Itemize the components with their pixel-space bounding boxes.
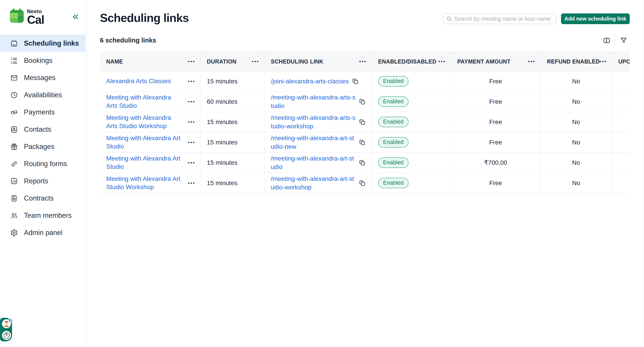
scheduling-link-url[interactable]: /meeting-with-alexandra-arts-studio-work… — [271, 114, 356, 130]
search-input[interactable] — [454, 16, 553, 22]
row-menu-icon[interactable] — [188, 100, 194, 104]
svg-text:1: 1 — [11, 57, 12, 60]
sidebar-item-bookings[interactable]: 12 Bookings — [0, 52, 86, 69]
filter-button[interactable] — [618, 35, 629, 46]
duration-cell: 15 minutes — [200, 173, 264, 193]
copy-icon[interactable] — [359, 160, 366, 166]
scheduling-link-name[interactable]: Meeting with Alexandra Arts Studio Works… — [106, 114, 183, 130]
scheduling-link-cell: /meeting-with-alexandra-arts-studio-work… — [264, 112, 372, 132]
column-header-label: NAME — [106, 58, 123, 65]
mail-icon — [10, 74, 18, 82]
column-header-upcoming[interactable]: UPCOMING — [612, 52, 630, 71]
sidebar-item-routing-forms[interactable]: Routing forms — [0, 155, 86, 172]
scheduling-link-name[interactable]: Meeting with Alexandra Art Studio — [106, 134, 183, 150]
upcoming-cell — [612, 132, 630, 152]
copy-icon[interactable] — [359, 180, 366, 186]
column-header-name[interactable]: NAME — [100, 52, 200, 71]
payment-value: Free — [489, 98, 502, 105]
sidebar-item-contacts[interactable]: Contacts — [0, 121, 86, 138]
scrollbar-track[interactable] — [643, 0, 643, 347]
scheduling-link-name[interactable]: Meeting with Alexandra Arts Studio — [106, 94, 183, 110]
upcoming-cell — [612, 112, 630, 132]
scheduling-link-name[interactable]: Alexandra Arts Classes — [106, 77, 171, 85]
scheduling-link-url[interactable]: /meeting-with-alexandra-art-studio-new — [271, 134, 356, 150]
column-header-duration[interactable]: DURATION — [200, 52, 264, 71]
sidebar-item-admin-panel[interactable]: Admin panel — [0, 224, 86, 241]
payment-value: Free — [489, 139, 502, 146]
sidebar-item-contracts[interactable]: Contracts — [0, 190, 86, 207]
upcoming-cell — [612, 92, 630, 112]
payment-cell: Free — [451, 71, 541, 91]
floating-dock: 8 ? — [0, 318, 12, 342]
name-cell: Meeting with Alexandra Art Studio Worksh… — [100, 173, 200, 193]
sidebar-item-team-members[interactable]: Team members — [0, 207, 86, 224]
table-row: Meeting with Alexandra Art Studio 15 min… — [100, 132, 630, 153]
column-menu-icon[interactable] — [600, 60, 606, 64]
help-button[interactable]: ? — [2, 331, 11, 340]
manage-columns-button[interactable] — [602, 35, 612, 46]
sidebar-item-label: Contracts — [24, 194, 54, 202]
column-header-status[interactable]: ENABLED/DISABLED — [372, 52, 451, 71]
table-header-row: NAME DURATION SCHEDULING LINK ENABLED/DI… — [100, 52, 630, 71]
gift-icon — [10, 143, 18, 150]
sidebar-item-messages[interactable]: Messages — [0, 69, 86, 86]
scheduling-link-url[interactable]: /joini-alexandra-arts-classes — [271, 77, 349, 86]
payment-value: Free — [489, 78, 502, 85]
brand-logo[interactable]: Neeto Cal — [10, 8, 44, 25]
sidebar-item-reports[interactable]: Reports — [0, 172, 86, 190]
column-header-refund[interactable]: REFUND ENABLED — [541, 52, 612, 71]
scheduling-link-url[interactable]: /meeting-with-alexandra-art-studio-works… — [271, 174, 356, 191]
scheduling-link-url[interactable]: /meeting-with-alexandra-arts-studio — [271, 93, 356, 110]
row-menu-icon[interactable] — [188, 79, 194, 84]
status-badge: Enabled — [378, 117, 408, 127]
copy-icon[interactable] — [359, 119, 366, 126]
notification-badge[interactable]: 8 — [8, 318, 13, 323]
scheduling-link-name[interactable]: Meeting with Alexandra Art Studio — [106, 154, 183, 171]
row-menu-icon[interactable] — [188, 120, 194, 124]
collapse-sidebar-button[interactable] — [70, 12, 80, 22]
status-badge: Enabled — [378, 158, 408, 168]
scheduling-link-cell: /meeting-with-alexandra-arts-studio — [264, 92, 372, 112]
user-avatar[interactable]: 8 — [2, 319, 11, 328]
sidebar-item-packages[interactable]: Packages — [0, 138, 86, 155]
refund-value: No — [572, 98, 580, 105]
upcoming-cell — [612, 71, 630, 91]
name-cell: Meeting with Alexandra Arts Studio — [100, 92, 200, 112]
sidebar-item-payments[interactable]: $ Payments — [0, 104, 86, 121]
scheduling-links-table: NAME DURATION SCHEDULING LINK ENABLED/DI… — [100, 52, 630, 195]
row-menu-icon[interactable] — [188, 181, 194, 185]
sidebar: Neeto Cal Scheduling links 12 Bookings M… — [0, 0, 86, 347]
sidebar-item-scheduling-links[interactable]: Scheduling links — [0, 35, 86, 52]
search-box[interactable] — [443, 14, 556, 24]
copy-icon[interactable] — [359, 139, 366, 146]
row-menu-icon[interactable] — [188, 140, 194, 144]
sidebar-item-label: Routing forms — [24, 160, 67, 168]
column-menu-icon[interactable] — [528, 60, 534, 64]
document-icon — [10, 194, 18, 202]
copy-icon[interactable] — [352, 78, 359, 85]
bar-chart-icon — [10, 177, 18, 185]
status-cell: Enabled — [372, 71, 451, 91]
row-menu-icon[interactable] — [188, 161, 194, 165]
scheduling-link-url[interactable]: /meeting-with-alexandra-art-studio — [271, 154, 356, 171]
column-header-link[interactable]: SCHEDULING LINK — [264, 52, 372, 71]
refund-value: No — [572, 78, 580, 85]
sidebar-item-label: Messages — [24, 74, 56, 82]
gear-icon — [10, 229, 18, 236]
add-scheduling-link-button[interactable]: Add new scheduling link — [561, 14, 630, 24]
sidebar-item-availabilities[interactable]: Availabilities — [0, 86, 86, 104]
payment-cell: ₹700.00 — [451, 153, 541, 172]
column-menu-icon[interactable] — [438, 60, 445, 64]
column-header-payment[interactable]: PAYMENT AMOUNT — [451, 52, 541, 71]
scheduling-link-name[interactable]: Meeting with Alexandra Art Studio Worksh… — [106, 175, 183, 191]
copy-icon[interactable] — [359, 98, 366, 105]
refund-cell: No — [541, 92, 612, 112]
table-row: Meeting with Alexandra Arts Studio 60 mi… — [100, 92, 630, 112]
duration-cell: 15 minutes — [200, 132, 264, 152]
status-cell: Enabled — [372, 153, 451, 172]
sidebar-item-label: Bookings — [24, 56, 52, 64]
column-menu-icon[interactable] — [188, 60, 194, 64]
column-menu-icon[interactable] — [252, 60, 258, 64]
page-title: Scheduling links — [100, 11, 189, 24]
column-menu-icon[interactable] — [359, 60, 366, 64]
